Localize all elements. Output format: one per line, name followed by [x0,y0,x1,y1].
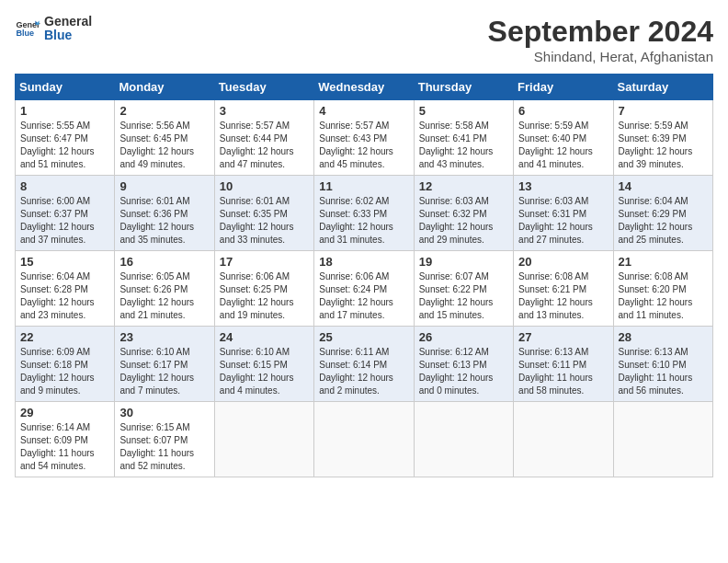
day-info: Sunrise: 6:12 AM Sunset: 6:13 PM Dayligh… [419,346,508,397]
day-number: 22 [20,330,109,344]
day-info: Sunrise: 6:10 AM Sunset: 6:15 PM Dayligh… [220,346,309,397]
sunset-text: Sunset: 6:17 PM [119,359,209,372]
table-row: 16 Sunrise: 6:05 AM Sunset: 6:26 PM Dayl… [115,251,214,327]
daylight-text: Daylight: 12 hours and 23 minutes. [20,296,109,322]
table-row: 23 Sunrise: 6:10 AM Sunset: 6:17 PM Dayl… [115,327,214,402]
sunset-text: Sunset: 6:35 PM [220,208,309,221]
daylight-text: Daylight: 12 hours and 11 minutes. [619,296,708,322]
day-number: 8 [20,179,109,193]
sunset-text: Sunset: 6:28 PM [20,283,109,296]
daylight-text: Daylight: 11 hours and 52 minutes. [119,447,209,473]
table-row: 14 Sunrise: 6:04 AM Sunset: 6:29 PM Dayl… [613,176,712,251]
sunrise-text: Sunrise: 6:08 AM [518,270,608,283]
sunset-text: Sunset: 6:24 PM [319,283,408,296]
sunrise-text: Sunrise: 5:59 AM [619,120,708,132]
sunrise-text: Sunrise: 6:06 AM [220,270,309,283]
sunset-text: Sunset: 6:44 PM [220,132,309,145]
day-info: Sunrise: 6:02 AM Sunset: 6:33 PM Dayligh… [319,195,408,247]
daylight-text: Daylight: 12 hours and 49 minutes. [119,145,209,171]
calendar-body: 1 Sunrise: 5:55 AM Sunset: 6:47 PM Dayli… [16,100,713,477]
daylight-text: Daylight: 12 hours and 37 minutes. [20,221,109,247]
day-number: 1 [20,104,109,118]
day-info: Sunrise: 6:13 AM Sunset: 6:10 PM Dayligh… [619,346,708,397]
logo: General Blue General Blue [15,15,92,43]
daylight-text: Daylight: 12 hours and 7 minutes. [119,372,209,397]
day-info: Sunrise: 5:57 AM Sunset: 6:44 PM Dayligh… [220,120,309,171]
day-number: 12 [419,179,508,193]
sunrise-text: Sunrise: 6:05 AM [119,270,209,283]
table-row: 8 Sunrise: 6:00 AM Sunset: 6:37 PM Dayli… [16,176,115,251]
sunrise-text: Sunrise: 6:12 AM [419,346,508,359]
daylight-text: Daylight: 12 hours and 2 minutes. [319,372,408,397]
daylight-text: Daylight: 12 hours and 43 minutes. [419,145,508,171]
day-number: 30 [119,406,209,419]
sunset-text: Sunset: 6:26 PM [119,283,209,296]
day-info: Sunrise: 6:03 AM Sunset: 6:31 PM Dayligh… [518,195,608,247]
sunset-text: Sunset: 6:45 PM [119,132,209,145]
col-tuesday: Tuesday [214,75,313,100]
table-row [613,402,712,477]
sunrise-text: Sunrise: 6:04 AM [619,195,708,208]
svg-text:Blue: Blue [16,29,34,39]
col-friday: Friday [514,75,613,100]
day-info: Sunrise: 5:59 AM Sunset: 6:40 PM Dayligh… [518,120,608,171]
calendar-header: Sunday Monday Tuesday Wednesday Thursday… [16,75,713,100]
sunrise-text: Sunrise: 6:13 AM [619,346,708,359]
sunrise-text: Sunrise: 6:01 AM [119,195,209,208]
sunrise-text: Sunrise: 5:57 AM [220,120,309,132]
page-title: September 2024 [488,15,713,49]
daylight-text: Daylight: 12 hours and 29 minutes. [419,221,508,247]
header-row: Sunday Monday Tuesday Wednesday Thursday… [16,75,713,100]
header-area: General Blue General Blue September 2024… [15,15,713,64]
col-monday: Monday [115,75,214,100]
daylight-text: Daylight: 12 hours and 4 minutes. [220,372,309,397]
col-wednesday: Wednesday [314,75,414,100]
sunset-text: Sunset: 6:10 PM [619,359,708,372]
sunrise-text: Sunrise: 6:10 AM [119,346,209,359]
sunset-text: Sunset: 6:20 PM [619,283,708,296]
day-number: 13 [518,179,608,193]
sunrise-text: Sunrise: 6:00 AM [20,195,109,208]
table-row [214,402,313,477]
sunset-text: Sunset: 6:22 PM [419,283,508,296]
day-info: Sunrise: 6:09 AM Sunset: 6:18 PM Dayligh… [20,346,109,397]
calendar-week-5: 29 Sunrise: 6:14 AM Sunset: 6:09 PM Dayl… [16,402,713,477]
sunrise-text: Sunrise: 6:09 AM [20,346,109,359]
sunset-text: Sunset: 6:09 PM [20,434,109,447]
day-number: 17 [220,255,309,269]
table-row: 22 Sunrise: 6:09 AM Sunset: 6:18 PM Dayl… [16,327,115,402]
daylight-text: Daylight: 12 hours and 41 minutes. [518,145,608,171]
day-number: 7 [619,104,708,118]
day-info: Sunrise: 6:15 AM Sunset: 6:07 PM Dayligh… [119,421,209,473]
daylight-text: Daylight: 12 hours and 19 minutes. [220,296,309,322]
daylight-text: Daylight: 12 hours and 25 minutes. [619,221,708,247]
sunset-text: Sunset: 6:25 PM [220,283,309,296]
logo-blue: Blue [44,29,92,42]
day-info: Sunrise: 6:03 AM Sunset: 6:32 PM Dayligh… [419,195,508,247]
sunset-text: Sunset: 6:14 PM [319,359,408,372]
title-area: September 2024 Shindand, Herat, Afghanis… [488,15,713,64]
daylight-text: Daylight: 11 hours and 56 minutes. [619,372,708,397]
day-info: Sunrise: 6:07 AM Sunset: 6:22 PM Dayligh… [419,270,508,322]
table-row [414,402,513,477]
table-row: 27 Sunrise: 6:13 AM Sunset: 6:11 PM Dayl… [514,327,613,402]
sunrise-text: Sunrise: 6:14 AM [20,421,109,434]
sunrise-text: Sunrise: 6:04 AM [20,270,109,283]
table-row: 18 Sunrise: 6:06 AM Sunset: 6:24 PM Dayl… [314,251,414,327]
day-info: Sunrise: 6:14 AM Sunset: 6:09 PM Dayligh… [20,421,109,473]
day-info: Sunrise: 6:04 AM Sunset: 6:28 PM Dayligh… [20,270,109,322]
daylight-text: Daylight: 12 hours and 33 minutes. [220,221,309,247]
sunrise-text: Sunrise: 6:15 AM [119,421,209,434]
day-info: Sunrise: 6:06 AM Sunset: 6:24 PM Dayligh… [319,270,408,322]
table-row: 25 Sunrise: 6:11 AM Sunset: 6:14 PM Dayl… [314,327,414,402]
day-number: 20 [518,255,608,269]
daylight-text: Daylight: 12 hours and 0 minutes. [419,372,508,397]
sunrise-text: Sunrise: 5:57 AM [319,120,408,132]
day-number: 2 [119,104,209,118]
day-info: Sunrise: 6:05 AM Sunset: 6:26 PM Dayligh… [119,270,209,322]
sunset-text: Sunset: 6:07 PM [119,434,209,447]
day-number: 3 [220,104,309,118]
table-row: 13 Sunrise: 6:03 AM Sunset: 6:31 PM Dayl… [514,176,613,251]
table-row: 3 Sunrise: 5:57 AM Sunset: 6:44 PM Dayli… [214,100,313,176]
table-row: 12 Sunrise: 6:03 AM Sunset: 6:32 PM Dayl… [414,176,513,251]
